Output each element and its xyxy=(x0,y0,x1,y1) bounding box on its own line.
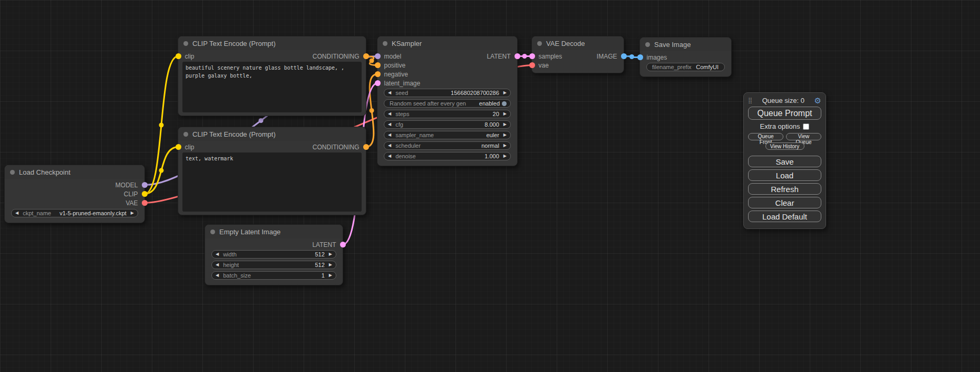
node-clip-text-encode-positive[interactable]: CLIP Text Encode (Prompt) clip CONDITION… xyxy=(178,36,366,116)
widget-label: filename_prefix xyxy=(652,64,692,70)
node-title: VAE Decode xyxy=(546,40,585,47)
stepper-right-icon[interactable]: ▶ xyxy=(503,91,507,95)
node-title: Load Checkpoint xyxy=(19,168,71,176)
widget-denoise[interactable]: ◀ denoise 1.000 ▶ xyxy=(384,152,511,160)
refresh-button[interactable]: Refresh xyxy=(748,183,821,195)
slot-row: LATENT xyxy=(205,240,343,249)
save-button[interactable]: Save xyxy=(748,156,821,167)
node-title-bar[interactable]: Load Checkpoint xyxy=(5,165,144,179)
widget-width[interactable]: ◀ width 512 ▶ xyxy=(211,250,336,259)
widget-steps[interactable]: ◀ steps 20 ▶ xyxy=(384,110,511,118)
stepper-right-icon[interactable]: ▶ xyxy=(131,211,134,215)
node-title-bar[interactable]: Empty Latent Image xyxy=(205,225,343,239)
stepper-right-icon[interactable]: ▶ xyxy=(503,122,507,127)
drag-handle-icon[interactable]: ⣿ xyxy=(748,97,752,104)
input-port-samples[interactable] xyxy=(529,53,535,59)
node-save-image[interactable]: Save Image images filename_prefix ComfyU… xyxy=(639,37,732,77)
node-title-bar[interactable]: Save Image xyxy=(640,37,731,51)
widget-sampler-name[interactable]: ◀ sampler_name euler ▶ xyxy=(384,131,511,139)
settings-gear-icon[interactable]: ⚙ xyxy=(814,97,821,104)
stepper-left-icon[interactable]: ◀ xyxy=(216,263,219,267)
queue-prompt-button[interactable]: Queue Prompt xyxy=(748,107,821,120)
node-collapse-dot[interactable] xyxy=(183,132,188,137)
view-queue-button[interactable]: View Queue xyxy=(786,133,821,140)
link-midpoint-dot xyxy=(522,54,527,59)
output-port-model[interactable] xyxy=(142,182,148,188)
widget-height[interactable]: ◀ height 512 ▶ xyxy=(211,261,336,269)
widget-value: normal xyxy=(481,142,499,149)
output-port-latent[interactable] xyxy=(515,53,520,59)
stepper-right-icon[interactable]: ▶ xyxy=(329,273,332,278)
widget-seed[interactable]: ◀ seed 156680208700286 ▶ xyxy=(384,89,511,97)
output-port-vae[interactable] xyxy=(142,200,148,206)
output-port-latent[interactable] xyxy=(340,242,346,247)
widget-batch-size[interactable]: ◀ batch_size 1 ▶ xyxy=(211,271,336,280)
widget-random-seed-toggle[interactable]: Random seed after every gen enabled xyxy=(384,99,511,108)
extra-options-checkbox[interactable] xyxy=(803,123,809,130)
widget-cfg[interactable]: ◀ cfg 8.000 ▶ xyxy=(384,120,511,129)
stepper-left-icon[interactable]: ◀ xyxy=(216,252,219,256)
negative-prompt-textarea[interactable]: text, watermark xyxy=(182,152,362,212)
node-collapse-dot[interactable] xyxy=(10,170,15,175)
toggle-knob[interactable] xyxy=(502,101,507,106)
stepper-left-icon[interactable]: ◀ xyxy=(388,133,391,137)
node-collapse-dot[interactable] xyxy=(210,230,215,234)
queue-front-button[interactable]: Queue Front xyxy=(748,133,783,140)
node-collapse-dot[interactable] xyxy=(383,41,387,46)
output-port-clip[interactable] xyxy=(142,191,148,197)
stepper-right-icon[interactable]: ▶ xyxy=(329,263,332,267)
node-collapse-dot[interactable] xyxy=(183,41,188,46)
input-port-clip[interactable] xyxy=(176,144,181,150)
clear-button[interactable]: Clear xyxy=(748,197,821,208)
node-ksampler[interactable]: KSampler model LATENT positive xyxy=(377,36,518,166)
output-port-conditioning[interactable] xyxy=(363,53,369,59)
stepper-left-icon[interactable]: ◀ xyxy=(15,211,18,215)
widget-scheduler[interactable]: ◀ scheduler normal ▶ xyxy=(384,141,511,150)
widget-label: height xyxy=(223,262,239,268)
stepper-left-icon[interactable]: ◀ xyxy=(216,273,219,278)
node-vae-decode[interactable]: VAE Decode samples IMAGE vae xyxy=(531,36,624,73)
slot-row: clip CONDITIONING xyxy=(178,52,366,61)
node-title: KSampler xyxy=(392,40,422,47)
input-port-latent-image[interactable] xyxy=(375,80,381,86)
stepper-right-icon[interactable]: ▶ xyxy=(329,252,332,256)
input-port-vae[interactable] xyxy=(529,62,535,68)
output-label-latent: LATENT xyxy=(312,241,336,249)
input-port-clip[interactable] xyxy=(176,53,181,59)
widget-filename-prefix[interactable]: filename_prefix ComfyUI xyxy=(646,63,725,71)
view-history-button[interactable]: View History xyxy=(765,142,804,150)
node-title-bar[interactable]: CLIP Text Encode (Prompt) xyxy=(178,36,366,50)
input-port-negative[interactable] xyxy=(375,71,381,77)
load-button[interactable]: Load xyxy=(748,169,821,181)
input-port-positive[interactable] xyxy=(375,62,381,68)
output-port-image[interactable] xyxy=(621,53,627,59)
input-port-model[interactable] xyxy=(375,53,381,59)
stepper-left-icon[interactable]: ◀ xyxy=(388,154,391,158)
widget-ckpt-name[interactable]: ◀ ckpt_name v1-5-pruned-emaonly.ckpt ▶ xyxy=(11,209,138,217)
positive-prompt-textarea[interactable]: beautiful scenery nature glass bottle la… xyxy=(182,62,362,112)
node-collapse-dot[interactable] xyxy=(645,42,650,47)
node-title-bar[interactable]: KSampler xyxy=(377,36,517,50)
widget-label: cfg xyxy=(395,121,403,128)
node-title-bar[interactable]: VAE Decode xyxy=(532,36,624,50)
output-port-conditioning[interactable] xyxy=(363,144,369,150)
input-port-images[interactable] xyxy=(637,54,643,60)
stepper-right-icon[interactable]: ▶ xyxy=(503,154,507,158)
stepper-left-icon[interactable]: ◀ xyxy=(388,122,391,127)
widget-value: 156680208700286 xyxy=(451,90,499,96)
stepper-left-icon[interactable]: ◀ xyxy=(388,144,391,148)
stepper-right-icon[interactable]: ▶ xyxy=(503,112,507,116)
node-load-checkpoint[interactable]: Load Checkpoint MODEL CLIP VAE xyxy=(4,165,145,223)
node-clip-text-encode-negative[interactable]: CLIP Text Encode (Prompt) clip CONDITION… xyxy=(178,127,366,215)
graph-canvas[interactable]: Load Checkpoint MODEL CLIP VAE xyxy=(0,0,980,372)
stepper-right-icon[interactable]: ▶ xyxy=(503,144,507,148)
stepper-left-icon[interactable]: ◀ xyxy=(388,91,391,95)
node-collapse-dot[interactable] xyxy=(537,41,542,46)
node-empty-latent-image[interactable]: Empty Latent Image LATENT ◀ width 512 ▶ … xyxy=(205,224,343,285)
queue-panel[interactable]: ⣿ Queue size: 0 ⚙ Queue Prompt Extra opt… xyxy=(743,92,826,229)
load-default-button[interactable]: Load Default xyxy=(748,211,821,222)
node-title-bar[interactable]: CLIP Text Encode (Prompt) xyxy=(178,127,366,141)
stepper-right-icon[interactable]: ▶ xyxy=(503,133,507,137)
stepper-left-icon[interactable]: ◀ xyxy=(388,112,391,116)
link-midpoint-dot xyxy=(159,123,164,128)
